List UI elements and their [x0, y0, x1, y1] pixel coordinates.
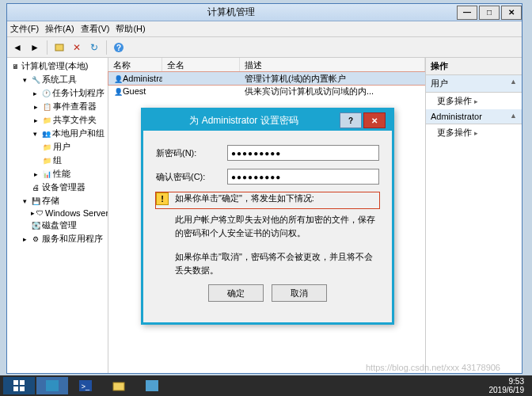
clock-icon: 🕐 [42, 89, 51, 98]
forward-icon[interactable]: ► [28, 40, 42, 55]
confirm-password-row: 确认密码(C): [156, 169, 379, 185]
tree-wsb[interactable]: ▸🛡Windows Server Back [9, 208, 106, 219]
back-icon[interactable]: ◄ [10, 40, 25, 55]
warning-icon: ! [156, 192, 169, 205]
window-title: 计算机管理 [7, 6, 455, 19]
up-icon[interactable] [52, 40, 66, 55]
menu-file[interactable]: 文件(F) [10, 23, 39, 35]
svg-rect-6 [20, 386, 25, 391]
folder-icon: 📁 [42, 116, 51, 125]
titlebar: 计算机管理 — □ ✕ [7, 4, 522, 21]
dialog-title: 为 Administrator 设置密码 [150, 114, 338, 128]
confirm-password-input[interactable] [227, 169, 379, 185]
svg-rect-11 [146, 380, 158, 391]
svg-rect-7 [46, 380, 59, 391]
services-icon: ⚙ [31, 234, 40, 244]
disk-icon: 💽 [31, 221, 40, 230]
minimize-button[interactable]: — [457, 6, 477, 20]
taskbar-powershell-icon[interactable]: >_ [70, 377, 101, 394]
menu-action[interactable]: 操作(A) [45, 23, 74, 35]
warning-row: ! 如果你单击"确定"，将发生如下情况: [156, 192, 379, 205]
delete-icon[interactable]: ✕ [70, 40, 84, 55]
menu-view[interactable]: 查看(V) [81, 23, 110, 35]
actions-panel: 操作 用户▲ 更多操作 ▸ Administrator▲ 更多操作 ▸ [425, 58, 522, 373]
new-password-row: 新密码(N): [156, 145, 379, 161]
perf-icon: 📊 [42, 169, 51, 179]
chevron-up-icon: ▲ [510, 112, 517, 121]
folder-icon: 📁 [42, 156, 51, 166]
tree-groups[interactable]: 📁组 [9, 154, 106, 167]
dialog-titlebar: 为 Administrator 设置密码 ? ✕ [143, 110, 392, 131]
chevron-right-icon: ▸ [474, 129, 478, 137]
refresh-icon[interactable]: ↻ [87, 40, 101, 55]
action-section-users[interactable]: 用户▲ [426, 75, 522, 93]
dialog-body: 新密码(N): 确认密码(C): ! 如果你单击"确定"，将发生如下情况: 此用… [143, 131, 392, 322]
toolbar: ◄ ► ✕ ↻ ? [7, 37, 522, 58]
taskbar-server-icon[interactable] [36, 377, 68, 394]
collapse-icon: ▸ [31, 89, 40, 98]
tree-eventviewer[interactable]: ▸📋事件查看器 [9, 100, 106, 113]
user-icon: 👤 [113, 74, 123, 84]
tree-systools[interactable]: ▾🔧系统工具 [9, 73, 106, 86]
clock-date: 2019/6/19 [489, 386, 525, 394]
svg-rect-0 [55, 44, 63, 51]
action-section-admin[interactable]: Administrator▲ [426, 109, 522, 124]
expand-icon: ▾ [20, 75, 29, 85]
dialog-buttons: 确定 取消 [156, 276, 379, 313]
dialog-help-button[interactable]: ? [340, 112, 362, 128]
password-dialog: 为 Administrator 设置密码 ? ✕ 新密码(N): 确认密码(C)… [141, 108, 394, 325]
tree-storage[interactable]: ▾💾存储 [9, 194, 106, 208]
tree-perf[interactable]: ▸📊性能 [9, 167, 106, 181]
storage-icon: 💾 [31, 196, 40, 206]
warning-text: 如果你单击"确定"，将发生如下情况: [175, 192, 379, 205]
taskbar-mgmt-icon[interactable] [136, 377, 168, 394]
dialog-close-button[interactable]: ✕ [363, 112, 386, 128]
clock-time: 9:53 [489, 377, 525, 386]
col-desc[interactable]: 描述 [240, 58, 425, 71]
window-controls: — □ ✕ [455, 6, 522, 20]
new-password-label: 新密码(N): [156, 147, 227, 159]
svg-rect-3 [13, 380, 18, 385]
action-more-2[interactable]: 更多操作 ▸ [426, 124, 522, 141]
event-icon: 📋 [42, 102, 51, 112]
svg-rect-10 [113, 383, 124, 390]
menubar: 文件(F) 操作(A) 查看(V) 帮助(H) [7, 21, 522, 37]
svg-rect-5 [13, 386, 18, 391]
col-name[interactable]: 名称 [108, 58, 162, 71]
folder-icon: 📁 [42, 143, 51, 152]
tree-users[interactable]: 📁用户 [9, 140, 106, 154]
list-row[interactable]: 👤Guest 供来宾访问计算机或访问域的内... [108, 85, 425, 97]
user-icon: 👤 [113, 87, 123, 97]
close-button[interactable]: ✕ [501, 6, 522, 20]
computer-icon: 🖥 [10, 62, 20, 71]
cancel-button[interactable]: 取消 [272, 284, 327, 302]
watermark: https://blog.csdn.net/xxx 43178906 [366, 363, 500, 372]
help-icon[interactable]: ? [112, 40, 126, 55]
system-tray[interactable]: 9:53 2019/6/19 [489, 377, 530, 394]
menu-help[interactable]: 帮助(H) [116, 23, 145, 35]
tree-root[interactable]: 🖥计算机管理(本地) [9, 59, 106, 73]
tree-localusers[interactable]: ▾👥本地用户和组 [9, 127, 106, 140]
chevron-right-icon: ▸ [474, 97, 478, 105]
ok-button[interactable]: 确定 [208, 284, 264, 302]
maximize-button[interactable]: □ [479, 6, 500, 20]
tree-sharedfolders[interactable]: ▸📁共享文件夹 [9, 113, 106, 127]
list-row[interactable]: 👤Administrat... 管理计算机(域)的内置帐户 [108, 72, 425, 85]
chevron-up-icon: ▲ [510, 78, 517, 89]
cancel-info: 如果你单击"取消"，密码将不会被更改，并且将不会丢失数据。 [156, 250, 379, 276]
tree-scheduler[interactable]: ▸🕐任务计划程序 [9, 86, 106, 100]
new-password-input[interactable] [227, 145, 379, 161]
confirm-password-label: 确认密码(C): [156, 171, 227, 183]
device-icon: 🖨 [31, 183, 40, 192]
tree-services[interactable]: ▸⚙服务和应用程序 [9, 232, 106, 246]
users-icon: 👥 [42, 129, 51, 139]
taskbar: >_ 9:53 2019/6/19 [0, 375, 532, 396]
taskbar-explorer-icon[interactable] [103, 377, 135, 394]
start-button[interactable] [3, 377, 35, 394]
svg-text:>_: >_ [82, 383, 90, 390]
tree-devmgr[interactable]: 🖨设备管理器 [9, 181, 106, 194]
col-fullname[interactable]: 全名 [162, 58, 240, 71]
tree-diskmgr[interactable]: 💽磁盘管理 [9, 219, 106, 232]
action-more-1[interactable]: 更多操作 ▸ [426, 93, 522, 109]
tree-panel: 🖥计算机管理(本地) ▾🔧系统工具 ▸🕐任务计划程序 ▸📋事件查看器 ▸📁共享文… [7, 58, 108, 373]
